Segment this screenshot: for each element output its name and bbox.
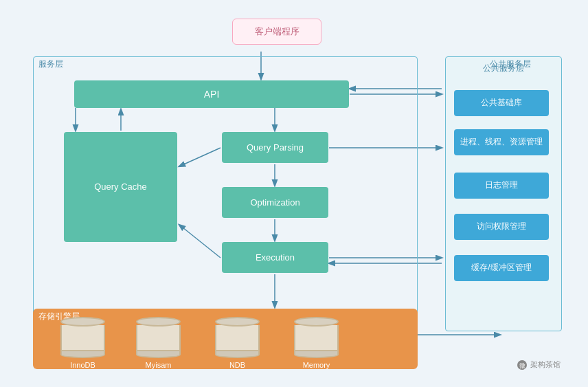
- pub-btn-0: 公共基础库: [454, 90, 549, 116]
- client-box: 客户端程序: [232, 19, 321, 45]
- pub-btn-label-2: 日志管理: [485, 180, 518, 191]
- cylinder-bottom: [215, 351, 260, 358]
- execution-label: Execution: [256, 252, 295, 263]
- db-memory: Memory: [294, 317, 339, 369]
- api-label: API: [204, 89, 220, 100]
- storage-layer: InnoDB Myisam NDB Memory: [33, 309, 418, 369]
- watermark-text: 架构茶馆: [530, 360, 561, 370]
- cylinder-body: [294, 325, 339, 351]
- query-parsing-label: Query Parsing: [247, 142, 304, 153]
- watermark: 微 架构茶馆: [517, 360, 561, 371]
- query-parsing-box: Query Parsing: [222, 132, 328, 163]
- cylinder-body: [60, 325, 105, 351]
- cylinder-top: [60, 317, 105, 327]
- public-layer: 公共服务层 公共基础库 进程、线程、资源管理 日志管理 访问权限管理 缓存/缓冲…: [445, 56, 562, 331]
- public-layer-label: 公共服务层: [490, 58, 531, 70]
- cylinder-body: [136, 325, 181, 351]
- cylinder-bottom: [60, 351, 105, 358]
- query-cache-box: Query Cache: [64, 132, 177, 242]
- query-cache-label: Query Cache: [94, 181, 147, 192]
- main-container: 客户端程序 服务层 API Query Cache Query Parsing …: [0, 0, 588, 387]
- cylinder-bottom: [294, 351, 339, 358]
- optimization-label: Optimization: [250, 197, 299, 208]
- optimization-box: Optimization: [222, 187, 328, 218]
- memory-label: Memory: [303, 361, 330, 369]
- api-box: API: [74, 80, 349, 108]
- myisam-label: Myisam: [146, 361, 172, 369]
- cylinder-top: [294, 317, 339, 327]
- cylinder-bottom: [136, 351, 181, 358]
- execution-box: Execution: [222, 242, 328, 273]
- pub-btn-label-1: 进程、线程、资源管理: [460, 136, 543, 148]
- db-innodb: InnoDB: [60, 317, 105, 369]
- cylinder-top: [215, 317, 260, 327]
- db-myisam: Myisam: [136, 317, 181, 369]
- db-ndb: NDB: [215, 317, 260, 369]
- cylinder-top: [136, 317, 181, 327]
- pub-btn-4: 缓存/缓冲区管理: [454, 255, 549, 281]
- pub-btn-3: 访问权限管理: [454, 214, 549, 240]
- svg-text:微: 微: [519, 362, 525, 369]
- pub-btn-label-3: 访问权限管理: [477, 221, 526, 232]
- innodb-label: InnoDB: [70, 361, 95, 369]
- diagram-wrapper: 客户端程序 服务层 API Query Cache Query Parsing …: [19, 12, 569, 376]
- pub-btn-label-4: 缓存/缓冲区管理: [471, 263, 531, 274]
- service-layer-label: 服务层: [38, 58, 63, 70]
- client-label: 客户端程序: [255, 25, 299, 38]
- pub-btn-2: 日志管理: [454, 173, 549, 199]
- wechat-icon: 微: [517, 360, 528, 371]
- pub-btn-label-0: 公共基础库: [481, 98, 522, 109]
- cylinder-body: [215, 325, 260, 351]
- pub-btn-1: 进程、线程、资源管理: [454, 129, 549, 155]
- ndb-label: NDB: [229, 361, 245, 369]
